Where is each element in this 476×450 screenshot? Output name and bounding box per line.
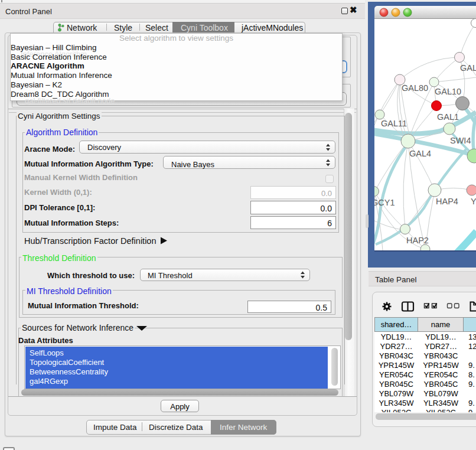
svg-text:SWI4: SWI4 <box>450 136 471 145</box>
svg-text:HAP2: HAP2 <box>406 236 429 245</box>
svg-text:GAL4: GAL4 <box>409 149 431 158</box>
svg-text:GCY1: GCY1 <box>374 198 395 207</box>
svg-text:GAL11: GAL11 <box>381 119 407 128</box>
svg-text:GAL1: GAL1 <box>437 112 459 122</box>
svg-text:HAP4: HAP4 <box>436 197 458 206</box>
svg-text:GAL2: GAL2 <box>460 63 476 73</box>
svg-text:GAL80: GAL80 <box>402 83 428 93</box>
svg-text:GAL10: GAL10 <box>435 87 461 96</box>
svg-text:YE: YE <box>471 197 476 206</box>
